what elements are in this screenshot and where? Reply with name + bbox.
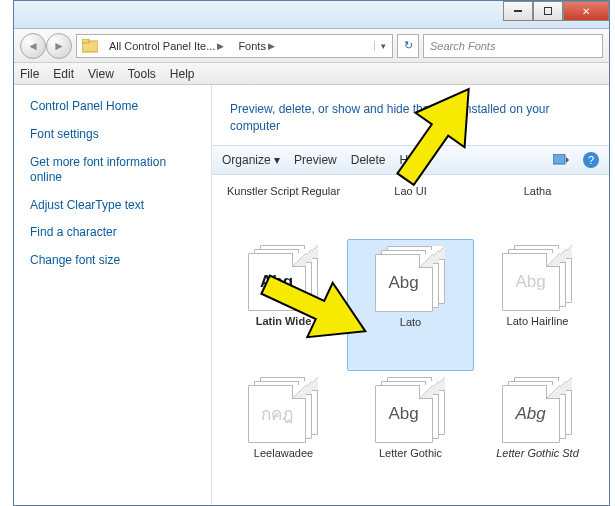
menu-help[interactable]: Help bbox=[170, 67, 195, 81]
font-label: Lao UI bbox=[394, 185, 426, 198]
breadcrumb-item[interactable]: Fonts▶ bbox=[232, 40, 283, 52]
preview-button[interactable]: Preview bbox=[294, 153, 337, 167]
forward-button[interactable]: ► bbox=[46, 33, 72, 59]
breadcrumb-item[interactable]: All Control Panel Ite...▶ bbox=[103, 40, 232, 52]
font-item[interactable]: Kunstler Script Regular bbox=[220, 179, 347, 239]
help-icon[interactable]: ? bbox=[583, 152, 599, 168]
font-item[interactable]: AbgLatin Wide bbox=[220, 239, 347, 371]
sidebar-link-font-size[interactable]: Change font size bbox=[30, 253, 195, 269]
fonts-window: ✕ ◄ ► All Control Panel Ite...▶ Fonts▶ ▾… bbox=[13, 0, 610, 506]
font-label: Kunstler Script Regular bbox=[227, 185, 340, 198]
sidebar-home[interactable]: Control Panel Home bbox=[30, 99, 195, 113]
menu-view[interactable]: View bbox=[88, 67, 114, 81]
close-button[interactable]: ✕ bbox=[563, 1, 609, 21]
menu-file[interactable]: File bbox=[20, 67, 39, 81]
refresh-button[interactable]: ↻ bbox=[397, 34, 419, 58]
svg-rect-1 bbox=[82, 39, 89, 43]
svg-rect-2 bbox=[553, 154, 565, 164]
font-grid: Kunstler Script RegularLao UILathaAbgLat… bbox=[212, 175, 609, 505]
sidebar-link-font-settings[interactable]: Font settings bbox=[30, 127, 195, 143]
font-label: Lato Hairline bbox=[507, 315, 569, 328]
font-label: Lato bbox=[400, 316, 421, 329]
font-label: Letter Gothic bbox=[379, 447, 442, 460]
main-header: Preview, delete, or show and hide the fo… bbox=[212, 85, 609, 145]
font-item[interactable]: กคฎLeelawadee bbox=[220, 371, 347, 501]
font-item[interactable]: Latha bbox=[474, 179, 601, 239]
back-button[interactable]: ◄ bbox=[20, 33, 46, 59]
font-label: Leelawadee bbox=[254, 447, 313, 460]
font-item[interactable]: AbgLetter Gothic bbox=[347, 371, 474, 501]
content: Control Panel Home Font settings Get mor… bbox=[14, 85, 609, 505]
menu-edit[interactable]: Edit bbox=[53, 67, 74, 81]
breadcrumb[interactable]: All Control Panel Ite...▶ Fonts▶ ▾ bbox=[76, 34, 393, 58]
titlebar: ✕ bbox=[14, 1, 609, 29]
font-label: Latha bbox=[524, 185, 552, 198]
font-label: Latin Wide bbox=[256, 315, 312, 328]
hide-button[interactable]: Hide bbox=[399, 153, 424, 167]
main-panel: Preview, delete, or show and hide the fo… bbox=[212, 85, 609, 505]
menubar: File Edit View Tools Help bbox=[14, 63, 609, 85]
toolbar: Organize ▾ Preview Delete Hide ? bbox=[212, 145, 609, 175]
menu-tools[interactable]: Tools bbox=[128, 67, 156, 81]
font-item[interactable]: AbgLetter Gothic Std bbox=[474, 371, 601, 501]
search-input[interactable]: Search Fonts bbox=[423, 34, 603, 58]
font-item[interactable]: Lao UI bbox=[347, 179, 474, 239]
sidebar-link-find-char[interactable]: Find a character bbox=[30, 225, 195, 241]
view-options-icon[interactable] bbox=[553, 152, 569, 168]
navbar: ◄ ► All Control Panel Ite...▶ Fonts▶ ▾ ↻… bbox=[14, 29, 609, 63]
font-item[interactable]: AbgLato bbox=[347, 239, 474, 371]
breadcrumb-dropdown[interactable]: ▾ bbox=[374, 41, 392, 51]
minimize-button[interactable] bbox=[503, 1, 533, 21]
sidebar-link-cleartype[interactable]: Adjust ClearType text bbox=[30, 198, 195, 214]
font-item[interactable]: AbgLato Hairline bbox=[474, 239, 601, 371]
maximize-button[interactable] bbox=[533, 1, 563, 21]
delete-button[interactable]: Delete bbox=[351, 153, 386, 167]
folder-icon bbox=[81, 37, 99, 55]
nav-arrows: ◄ ► bbox=[20, 33, 72, 59]
organize-button[interactable]: Organize ▾ bbox=[222, 153, 280, 167]
window-controls: ✕ bbox=[503, 1, 609, 21]
sidebar-link-more-info[interactable]: Get more font information online bbox=[30, 155, 195, 186]
font-label: Letter Gothic Std bbox=[496, 447, 579, 460]
sidebar: Control Panel Home Font settings Get mor… bbox=[14, 85, 212, 505]
